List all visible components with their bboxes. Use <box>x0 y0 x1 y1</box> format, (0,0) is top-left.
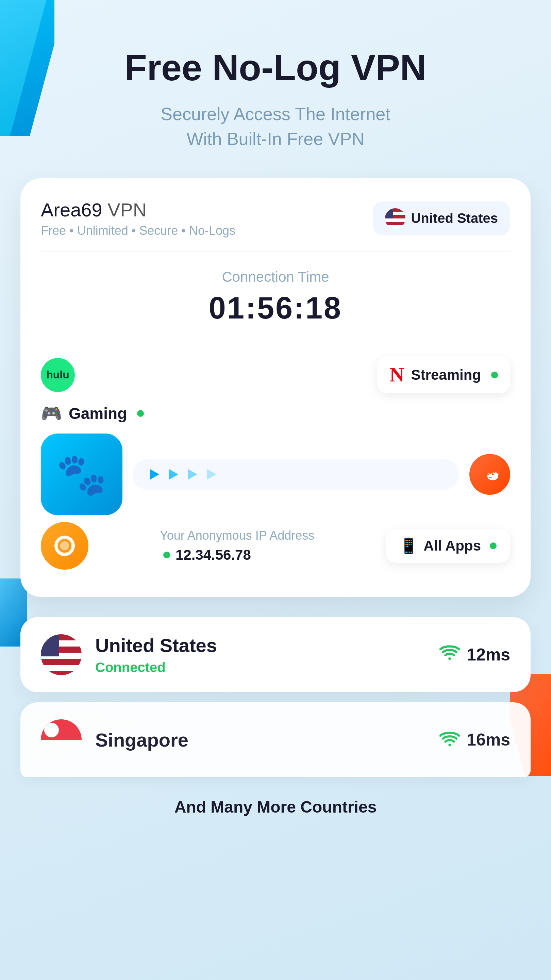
all-apps-label: All Apps <box>424 538 481 554</box>
vpn-main-card: Area69 VPN Free • Unlimited • Secure • N… <box>21 178 530 597</box>
ip-label: Your Anonymous IP Address <box>160 528 314 543</box>
hulu-chip: hulu <box>41 358 75 392</box>
svg-point-2 <box>60 541 69 550</box>
play-dot-1 <box>150 469 159 480</box>
us-wifi-ping: 12ms <box>440 644 510 665</box>
connection-time: 01:56:18 <box>209 291 342 326</box>
vpn-brand-title: Area69 VPN <box>41 199 235 221</box>
header-subtitle: Securely Access The Internet With Built-… <box>27 102 524 151</box>
sg-country-name: Singapore <box>95 729 189 751</box>
us-country-status: Connected <box>95 660 217 675</box>
sg-wifi-icon <box>440 730 460 749</box>
app-showcase-row: 🐾 <box>41 434 510 515</box>
play-dot-3 <box>188 469 197 480</box>
phone-icon: 📱 <box>399 537 418 555</box>
ip-address: 12.34.56.78 <box>160 547 251 563</box>
sg-country-card[interactable]: Singapore 16ms <box>21 702 530 777</box>
play-dot-2 <box>169 469 178 480</box>
location-badge[interactable]: United States <box>373 202 510 235</box>
cat-paw-icon: 🐾 <box>56 450 107 498</box>
us-flag-large <box>41 634 82 675</box>
vpn-header-row: Area69 VPN Free • Unlimited • Secure • N… <box>41 199 510 252</box>
us-country-card[interactable]: United States Connected 12ms <box>21 617 530 692</box>
bottom-row: Your Anonymous IP Address 12.34.56.78 📱 … <box>41 522 510 570</box>
streaming-dot <box>491 372 498 379</box>
header-section: Free No-Log VPN Securely Access The Inte… <box>0 0 551 178</box>
us-ping: 12ms <box>467 645 510 665</box>
reddit-icon <box>469 454 510 495</box>
vpn-brand: Area69 VPN Free • Unlimited • Secure • N… <box>41 199 235 238</box>
page-title: Free No-Log VPN <box>27 48 524 88</box>
wifi-icon <box>440 644 460 665</box>
svg-point-3 <box>448 657 451 660</box>
loading-dots <box>133 459 459 490</box>
all-apps-chip[interactable]: 📱 All Apps <box>386 529 510 563</box>
svg-point-4 <box>448 744 451 746</box>
us-country-name: United States <box>95 634 217 656</box>
gaming-dot <box>137 410 144 417</box>
footer-text: And Many More Countries <box>0 777 551 843</box>
all-apps-dot <box>490 542 497 549</box>
crunchyroll-icon <box>41 522 89 570</box>
gaming-row: 🎮 Gaming <box>41 404 510 423</box>
gamepad-icon: 🎮 <box>41 404 62 423</box>
feature-chips-row: hulu N Streaming <box>41 356 510 393</box>
connection-label: Connection Time <box>222 269 329 285</box>
streaming-chip[interactable]: N Streaming <box>377 356 510 393</box>
sg-ping: 16ms <box>467 730 510 749</box>
gaming-label: Gaming <box>69 404 127 423</box>
us-flag-small <box>385 208 405 229</box>
us-country-text: United States Connected <box>95 634 217 675</box>
sg-country-text: Singapore <box>95 729 189 751</box>
streaming-label: Streaming <box>411 367 481 383</box>
sg-wifi-ping: 16ms <box>440 730 510 749</box>
cat-app-card: 🐾 <box>41 434 122 515</box>
connection-section: Connection Time 01:56:18 <box>41 252 510 343</box>
play-dot-4 <box>207 469 216 480</box>
sg-flag <box>41 719 82 760</box>
us-country-info: United States Connected <box>41 634 217 675</box>
ip-dot <box>163 552 170 558</box>
ip-section: Your Anonymous IP Address 12.34.56.78 <box>160 528 314 563</box>
sg-country-info: Singapore <box>41 719 189 760</box>
hulu-icon: hulu <box>41 358 75 392</box>
netflix-icon: N <box>389 363 404 387</box>
vpn-brand-tagline: Free • Unlimited • Secure • No-Logs <box>41 224 235 238</box>
country-section: United States Connected 12ms <box>21 617 530 777</box>
